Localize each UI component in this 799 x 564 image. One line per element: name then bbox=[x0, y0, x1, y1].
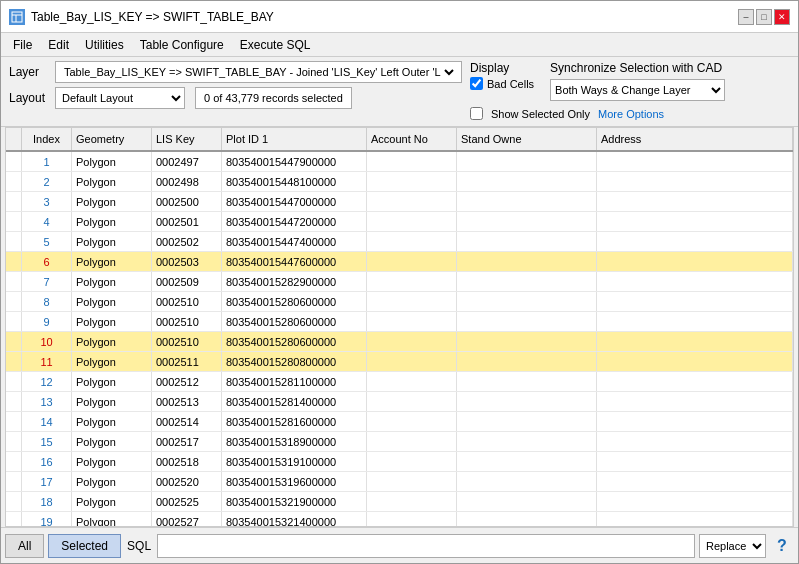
row-arrow bbox=[6, 412, 22, 431]
table-cell[interactable]: 17 bbox=[22, 472, 72, 491]
table-cell[interactable]: 6 bbox=[22, 252, 72, 271]
all-button[interactable]: All bbox=[5, 534, 44, 558]
bad-cells-checkbox[interactable] bbox=[470, 77, 483, 90]
table-cell bbox=[457, 252, 597, 271]
menu-utilities[interactable]: Utilities bbox=[77, 36, 132, 54]
table-row[interactable]: 9Polygon0002510803540015280600000 bbox=[6, 312, 793, 332]
table-row[interactable]: 19Polygon0002527803540015321400000 bbox=[6, 512, 793, 526]
menu-table-configure[interactable]: Table Configure bbox=[132, 36, 232, 54]
table-cell: 0002517 bbox=[152, 432, 222, 451]
table-cell[interactable]: 15 bbox=[22, 432, 72, 451]
layer-dropdown[interactable]: Table_Bay_LIS_KEY => SWIFT_TABLE_BAY - J… bbox=[55, 61, 462, 83]
table-row[interactable]: 4Polygon0002501803540015447200000 bbox=[6, 212, 793, 232]
table-cell bbox=[457, 232, 597, 251]
table-cell[interactable]: 14 bbox=[22, 412, 72, 431]
table-row[interactable]: 15Polygon0002517803540015318900000 bbox=[6, 432, 793, 452]
table-cell: Polygon bbox=[72, 392, 152, 411]
layer-row: Layer Table_Bay_LIS_KEY => SWIFT_TABLE_B… bbox=[9, 61, 462, 83]
table-cell: Polygon bbox=[72, 252, 152, 271]
close-button[interactable]: ✕ bbox=[774, 9, 790, 25]
col-header-address[interactable]: Address bbox=[597, 128, 793, 150]
col-header-liskey[interactable]: LIS Key bbox=[152, 128, 222, 150]
toolbar: Layer Table_Bay_LIS_KEY => SWIFT_TABLE_B… bbox=[1, 57, 798, 127]
table-cell[interactable]: 7 bbox=[22, 272, 72, 291]
table-cell bbox=[597, 192, 793, 211]
col-header-index[interactable]: Index bbox=[22, 128, 72, 150]
table-row[interactable]: 16Polygon0002518803540015319100000 bbox=[6, 452, 793, 472]
sync-dropdown[interactable]: Both Ways & Change Layer Both Ways CAD t… bbox=[550, 79, 725, 101]
menu-execute-sql[interactable]: Execute SQL bbox=[232, 36, 319, 54]
table-cell: 803540015321900000 bbox=[222, 492, 367, 511]
layout-select[interactable]: Default Layout bbox=[56, 91, 184, 105]
table-cell bbox=[597, 372, 793, 391]
col-header-standown[interactable]: Stand Owne bbox=[457, 128, 597, 150]
table-cell: 803540015280600000 bbox=[222, 312, 367, 331]
table-cell: 803540015318900000 bbox=[222, 432, 367, 451]
bad-cells-label[interactable]: Bad Cells bbox=[487, 78, 534, 90]
title-bar: Table_Bay_LIS_KEY => SWIFT_TABLE_BAY – □… bbox=[1, 1, 798, 33]
table-cell: Polygon bbox=[72, 412, 152, 431]
table-row[interactable]: 6Polygon0002503803540015447600000 bbox=[6, 252, 793, 272]
col-header-geometry[interactable]: Geometry bbox=[72, 128, 152, 150]
table-cell bbox=[367, 392, 457, 411]
table-cell bbox=[457, 412, 597, 431]
menu-bar: File Edit Utilities Table Configure Exec… bbox=[1, 33, 798, 57]
show-selected-label[interactable]: Show Selected Only bbox=[491, 108, 590, 120]
help-button[interactable]: ? bbox=[770, 534, 794, 558]
layer-select[interactable]: Table_Bay_LIS_KEY => SWIFT_TABLE_BAY - J… bbox=[60, 65, 457, 79]
display-title: Display bbox=[470, 61, 534, 75]
table-cell[interactable]: 19 bbox=[22, 512, 72, 526]
table-cell[interactable]: 12 bbox=[22, 372, 72, 391]
table-row[interactable]: 12Polygon0002512803540015281100000 bbox=[6, 372, 793, 392]
table-cell bbox=[597, 392, 793, 411]
table-row[interactable]: 11Polygon0002511803540015280800000 bbox=[6, 352, 793, 372]
table-cell[interactable]: 5 bbox=[22, 232, 72, 251]
table-row[interactable]: 14Polygon0002514803540015281600000 bbox=[6, 412, 793, 432]
replace-dropdown[interactable]: Replace Add Remove bbox=[699, 534, 766, 558]
table-row[interactable]: 13Polygon0002513803540015281400000 bbox=[6, 392, 793, 412]
table-cell: 0002520 bbox=[152, 472, 222, 491]
table-row[interactable]: 7Polygon0002509803540015282900000 bbox=[6, 272, 793, 292]
table-cell: Polygon bbox=[72, 232, 152, 251]
records-badge: 0 of 43,779 records selected bbox=[195, 87, 352, 109]
menu-file[interactable]: File bbox=[5, 36, 40, 54]
col-header-plotid[interactable]: Plot ID 1 bbox=[222, 128, 367, 150]
table-cell bbox=[367, 412, 457, 431]
table-cell bbox=[457, 432, 597, 451]
table-row[interactable]: 2Polygon0002498803540015448100000 bbox=[6, 172, 793, 192]
table-cell[interactable]: 1 bbox=[22, 152, 72, 171]
maximize-button[interactable]: □ bbox=[756, 9, 772, 25]
show-selected-checkbox[interactable] bbox=[470, 107, 483, 120]
table-row[interactable]: 18Polygon0002525803540015321900000 bbox=[6, 492, 793, 512]
table-cell[interactable]: 4 bbox=[22, 212, 72, 231]
table-cell[interactable]: 16 bbox=[22, 452, 72, 471]
table-cell: 803540015447200000 bbox=[222, 212, 367, 231]
table-cell[interactable]: 10 bbox=[22, 332, 72, 351]
table-cell[interactable]: 3 bbox=[22, 192, 72, 211]
table-cell[interactable]: 13 bbox=[22, 392, 72, 411]
sql-input[interactable] bbox=[157, 534, 695, 558]
table-cell[interactable]: 11 bbox=[22, 352, 72, 371]
table-cell bbox=[367, 472, 457, 491]
table-row[interactable]: 8Polygon0002510803540015280600000 bbox=[6, 292, 793, 312]
table-cell[interactable]: 9 bbox=[22, 312, 72, 331]
more-options-link[interactable]: More Options bbox=[598, 108, 664, 120]
menu-edit[interactable]: Edit bbox=[40, 36, 77, 54]
window-controls: – □ ✕ bbox=[738, 9, 790, 25]
layout-dropdown[interactable]: Default Layout bbox=[55, 87, 185, 109]
selected-button[interactable]: Selected bbox=[48, 534, 121, 558]
table-cell[interactable]: 8 bbox=[22, 292, 72, 311]
table-row[interactable]: 17Polygon0002520803540015319600000 bbox=[6, 472, 793, 492]
table-row[interactable]: 5Polygon0002502803540015447400000 bbox=[6, 232, 793, 252]
table-cell bbox=[457, 492, 597, 511]
col-header-account[interactable]: Account No bbox=[367, 128, 457, 150]
table-cell: Polygon bbox=[72, 292, 152, 311]
table-cell[interactable]: 18 bbox=[22, 492, 72, 511]
table-row[interactable]: 1Polygon0002497803540015447900000 bbox=[6, 152, 793, 172]
minimize-button[interactable]: – bbox=[738, 9, 754, 25]
table-row[interactable]: 3Polygon0002500803540015447000000 bbox=[6, 192, 793, 212]
table-cell: 0002509 bbox=[152, 272, 222, 291]
row-arrow bbox=[6, 312, 22, 331]
table-row[interactable]: 10Polygon0002510803540015280600000 bbox=[6, 332, 793, 352]
table-cell[interactable]: 2 bbox=[22, 172, 72, 191]
